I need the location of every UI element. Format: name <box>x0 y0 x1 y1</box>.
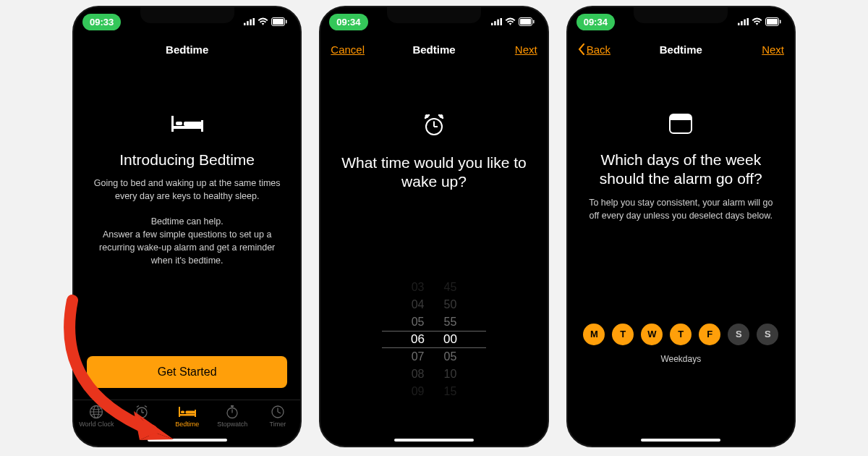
status-right <box>738 17 781 26</box>
picker-value: 09 <box>412 383 425 400</box>
nav-title: Bedtime <box>166 43 208 56</box>
svg-rect-32 <box>491 23 493 25</box>
chevron-left-icon <box>578 43 585 55</box>
day-chip-wed[interactable]: W <box>641 324 663 345</box>
timer-icon <box>271 405 285 419</box>
tab-label: World Clock <box>79 421 114 428</box>
tab-label: Bedtime <box>175 421 199 428</box>
picker-selection-lines <box>382 331 486 348</box>
svg-rect-3 <box>253 18 255 25</box>
calendar-icon <box>668 113 693 138</box>
tab-stopwatch[interactable]: Stopwatch <box>212 405 252 428</box>
svg-rect-44 <box>738 23 740 25</box>
body: Introducing Bedtime Going to bed and wak… <box>74 62 300 400</box>
screen-wakeup-time: 09:34 Cancel Bedtime Next What time woul… <box>319 6 548 447</box>
nav-title: Bedtime <box>412 43 455 56</box>
weekdays-label: Weekdays <box>660 354 701 364</box>
picker-value: 08 <box>412 366 425 383</box>
svg-rect-53 <box>670 118 692 120</box>
intro-desc-2a: Bedtime can help. <box>151 216 224 227</box>
notch <box>634 7 728 23</box>
home-indicator[interactable] <box>641 439 720 442</box>
svg-rect-9 <box>171 126 203 129</box>
svg-rect-33 <box>494 21 496 25</box>
svg-rect-0 <box>244 23 246 25</box>
cellular-icon <box>738 17 749 26</box>
picker-value: 04 <box>412 296 425 313</box>
cellular-icon <box>491 17 502 26</box>
bed-icon <box>179 405 196 419</box>
subdescription: To help you stay consistent, your alarm … <box>581 196 781 222</box>
screen-days: 09:34 Back Bedtime Next Which days of th… <box>566 6 796 447</box>
next-button[interactable]: Next <box>762 36 784 62</box>
bed-icon <box>171 113 203 138</box>
next-button[interactable]: Next <box>515 36 537 62</box>
picker-value: 05 <box>444 348 457 366</box>
day-chip-thu[interactable]: T <box>670 324 692 345</box>
tab-alarm[interactable]: Alarm <box>122 405 162 428</box>
intro-desc-1: Going to bed and waking up at the same t… <box>87 177 287 203</box>
tab-timer[interactable]: Timer <box>258 405 298 428</box>
notch <box>140 7 234 23</box>
navbar: Bedtime <box>74 36 300 62</box>
stopwatch-icon <box>225 405 239 419</box>
home-indicator[interactable] <box>394 439 474 442</box>
svg-rect-1 <box>247 21 249 25</box>
time-pill: 09:33 <box>82 14 121 30</box>
tab-world-clock[interactable]: World Clock <box>76 405 116 428</box>
picker-value-selected: 00 <box>443 331 457 348</box>
time-picker[interactable]: 03 04 05 06 07 08 09 45 50 55 00 05 10 1… <box>411 279 457 400</box>
picker-value-selected: 06 <box>411 331 425 348</box>
tab-label: Timer <box>270 421 286 428</box>
time-pill: 09:34 <box>576 14 615 30</box>
day-chip-mon[interactable]: M <box>583 324 605 345</box>
day-chip-fri[interactable]: F <box>699 324 720 345</box>
svg-rect-46 <box>744 20 746 25</box>
picker-value: 05 <box>412 313 425 331</box>
svg-line-18 <box>137 406 139 408</box>
svg-rect-23 <box>181 411 184 414</box>
svg-rect-34 <box>497 20 499 25</box>
status-right <box>491 17 535 26</box>
get-started-button[interactable]: Get Started <box>87 356 287 388</box>
headline: Introducing Bedtime <box>115 151 259 169</box>
picker-value: 50 <box>444 296 457 313</box>
svg-rect-47 <box>746 18 749 25</box>
svg-rect-37 <box>520 19 531 25</box>
day-chip-sat[interactable]: S <box>728 324 749 345</box>
tab-label: Alarm <box>133 421 150 428</box>
tab-label: Stopwatch <box>217 421 247 428</box>
svg-rect-2 <box>250 20 252 25</box>
minute-column[interactable]: 45 50 55 00 05 10 15 <box>443 279 457 400</box>
navbar: Cancel Bedtime Next <box>320 36 547 62</box>
body: What time would you like to wake up? 03 … <box>320 62 547 446</box>
svg-rect-45 <box>741 21 743 25</box>
notch <box>387 7 481 23</box>
headline: What time would you like to wake up? <box>333 153 534 192</box>
day-selector: M T W T F S S <box>583 324 778 345</box>
svg-rect-38 <box>533 20 535 24</box>
svg-rect-11 <box>184 122 202 126</box>
alarm-icon <box>135 405 149 419</box>
picker-value: 03 <box>412 279 425 296</box>
cellular-icon <box>244 17 255 26</box>
battery-icon <box>765 17 781 26</box>
intro-desc-2: Bedtime can help. Answer a few simple qu… <box>87 215 287 268</box>
navbar: Back Bedtime Next <box>568 36 794 62</box>
svg-rect-7 <box>171 116 174 132</box>
hour-column[interactable]: 03 04 05 06 07 08 09 <box>411 279 425 400</box>
back-button[interactable]: Back <box>578 36 610 62</box>
svg-rect-50 <box>780 20 781 24</box>
tab-bedtime[interactable]: Bedtime <box>167 405 208 428</box>
screen-intro: 09:33 Bedtime Introducing Bedtime Going … <box>72 6 302 447</box>
svg-rect-22 <box>179 414 196 416</box>
day-chip-tue[interactable]: T <box>612 324 634 345</box>
svg-rect-27 <box>231 405 234 407</box>
cancel-button[interactable]: Cancel <box>331 36 365 62</box>
home-indicator[interactable] <box>148 439 227 442</box>
day-chip-sun[interactable]: S <box>757 324 778 345</box>
svg-line-19 <box>145 406 147 408</box>
picker-value: 55 <box>444 313 457 331</box>
globe-icon <box>89 405 103 419</box>
svg-rect-5 <box>273 19 284 25</box>
